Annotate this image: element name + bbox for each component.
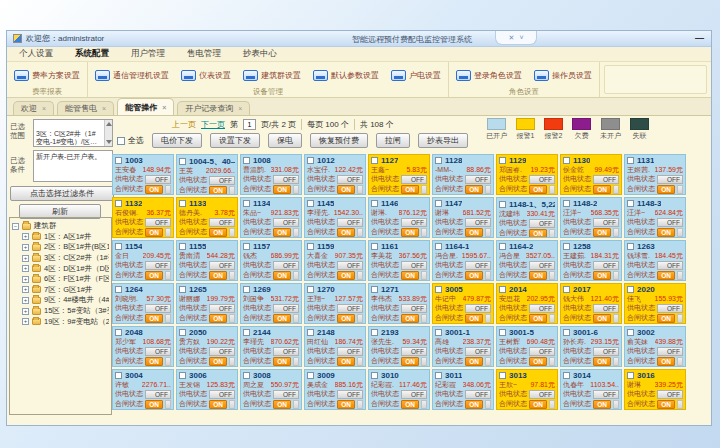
card-checkbox[interactable] — [499, 201, 506, 208]
card-checkbox[interactable] — [563, 200, 570, 207]
prev-page-link[interactable]: 上一页 — [172, 119, 196, 130]
expand-expander-icon[interactable]: + — [22, 276, 29, 283]
breaker-on-badge[interactable]: ON — [337, 185, 355, 194]
room-card[interactable]: 3016 谢琳 339.25元 供电状态 OFF 合闸状态 ON — [624, 369, 686, 410]
room-card[interactable]: 2020 佳飞 155.93元 供电状态 OFF 合闸状态 ON — [624, 283, 686, 324]
toolbar-button[interactable]: 电价下发 — [152, 133, 202, 148]
breaker-on-badge[interactable]: ON — [529, 357, 547, 366]
document-tab[interactable]: 能管操作× — [117, 98, 174, 115]
ribbon-button[interactable]: 登录角色设置 — [456, 70, 522, 81]
card-checkbox[interactable] — [179, 200, 186, 207]
room-card[interactable]: 3009 吴成金 885.16元 供电状态 OFF 合闸状态 ON — [304, 369, 366, 410]
breaker-on-badge[interactable]: ON — [465, 400, 483, 409]
card-checkbox[interactable] — [179, 329, 186, 336]
card-checkbox[interactable] — [627, 157, 634, 164]
room-card[interactable]: 1271 李伟杰 533.89元 供电状态 OFF 合闸状态 ON — [368, 283, 430, 324]
breaker-on-badge[interactable]: ON — [465, 314, 483, 323]
ribbon-button[interactable]: 户电设置 — [391, 70, 441, 81]
room-card[interactable]: 3004 许敏 2276.71.. 供电状态 OFF 合闸状态 ON — [112, 369, 174, 410]
card-checkbox[interactable] — [435, 243, 442, 250]
room-card[interactable]: 1132 石俊铜. 36.37元 供电状态 OFF 合闸状态 ON — [112, 197, 174, 238]
breaker-on-badge[interactable]: ON — [145, 228, 163, 237]
tree-node[interactable]: + 7区：G区1#井 — [12, 285, 109, 296]
tree-node[interactable]: + 19区：9#变电站（2# — [12, 316, 109, 327]
room-card[interactable]: 1164-1 冯合星. 1595.67.. 供电状态 OFF 合闸状态 ON — [432, 240, 494, 281]
breaker-on-badge[interactable]: ON — [337, 400, 355, 409]
card-checkbox[interactable] — [499, 243, 506, 250]
ribbon-button[interactable]: 费率方案设置 — [14, 70, 80, 81]
expand-expander-icon[interactable]: + — [22, 265, 29, 272]
expand-expander-icon[interactable]: + — [22, 286, 29, 293]
room-card[interactable]: 1155 贵南清 544.28元 供电状态 OFF 合闸状态 ON — [176, 240, 238, 281]
breaker-on-badge[interactable]: ON — [401, 314, 419, 323]
ribbon-button[interactable]: 建筑群设置 — [243, 70, 301, 81]
tree-node[interactable]: + 2区：B区1#井(B区1# — [12, 242, 109, 253]
collapse-expander-icon[interactable]: − — [12, 223, 19, 230]
breaker-on-badge[interactable]: ON — [529, 271, 547, 280]
select-all-checkbox[interactable] — [117, 137, 125, 145]
breaker-on-badge[interactable]: ON — [529, 229, 547, 238]
card-checkbox[interactable] — [115, 372, 122, 379]
tab-close-icon[interactable]: × — [238, 105, 242, 112]
card-checkbox[interactable] — [371, 200, 378, 207]
breaker-on-badge[interactable]: ON — [401, 357, 419, 366]
card-checkbox[interactable] — [563, 329, 570, 336]
room-card[interactable]: 1148-2 汪洋~ 568.35元 供电状态 OFF 合闸状态 ON — [560, 197, 622, 238]
room-card[interactable]: 1265 谢丽娜 199.79元 供电状态 OFF 合闸状态 ON — [176, 283, 238, 324]
tree-node[interactable]: + 6区：F区1#井（F区1# — [12, 274, 109, 285]
expand-expander-icon[interactable]: + — [22, 308, 29, 315]
room-card[interactable]: 3002 俞芙妹 439.88元 供电状态 OFF 合闸状态 ON — [624, 326, 686, 367]
breaker-on-badge[interactable]: ON — [593, 271, 611, 280]
tree-node[interactable]: + 15区：5#变站（3#变 — [12, 306, 109, 317]
room-card[interactable]: 3008 周之夏 550.97元 供电状态 OFF 合闸状态 ON — [240, 369, 302, 410]
breaker-on-badge[interactable]: ON — [337, 271, 355, 280]
breaker-on-badge[interactable]: ON — [529, 400, 547, 409]
card-checkbox[interactable] — [627, 372, 634, 379]
room-card[interactable]: 1131 王姬茜. 137.59元 供电状态 OFF 合闸状态 ON — [624, 154, 686, 195]
card-checkbox[interactable] — [243, 200, 250, 207]
menu-item[interactable]: 售电管理 — [187, 48, 221, 60]
scroll-up-icon[interactable] — [106, 122, 112, 126]
room-card[interactable]: 1008 曹温韵. 331.08元 供电状态 OFF 合闸状态 ON — [240, 154, 302, 195]
breaker-on-badge[interactable]: ON — [657, 271, 675, 280]
expand-expander-icon[interactable]: + — [22, 318, 29, 325]
ribbon-button[interactable]: 仪表设置 — [181, 70, 231, 81]
card-checkbox[interactable] — [371, 157, 378, 164]
card-checkbox[interactable] — [563, 157, 570, 164]
card-checkbox[interactable] — [179, 158, 186, 165]
card-checkbox[interactable] — [115, 157, 122, 164]
card-checkbox[interactable] — [627, 243, 634, 250]
room-card[interactable]: 1154 金日 209.45元 供电状态 OFF 合闸状态 ON — [112, 240, 174, 281]
tree-node[interactable]: + 9区：4#楼电井（4#楼 — [12, 295, 109, 306]
breaker-on-badge[interactable]: ON — [209, 186, 227, 195]
room-card[interactable]: 1263 钱球雪. 184.45元 供电状态 OFF 合闸状态 ON — [624, 240, 686, 281]
tab-close-icon[interactable]: × — [42, 105, 46, 112]
room-card[interactable]: 3014 仇春年 1103.54.. 供电状态 OFF 合闸状态 ON — [560, 369, 622, 410]
card-checkbox[interactable] — [307, 200, 314, 207]
card-checkbox[interactable] — [627, 200, 634, 207]
close-icon[interactable]: ✕ — [509, 34, 515, 42]
room-card[interactable]: 2014 安思花 202.95元 供电状态 OFF 合闸状态 ON — [496, 283, 558, 324]
room-card[interactable]: 3013 王欣~ 97.81元 供电状态 OFF 合闸状态 ON — [496, 369, 558, 410]
breaker-on-badge[interactable]: ON — [593, 400, 611, 409]
card-checkbox[interactable] — [307, 243, 314, 250]
room-card[interactable]: 3005 牛记中 479.87元 供电状态 OFF 合闸状态 ON — [432, 283, 494, 324]
card-checkbox[interactable] — [435, 329, 442, 336]
room-card[interactable]: 1003 王安春 148.94元 供电状态 OFF 合闸状态 ON — [112, 154, 174, 195]
menu-item[interactable]: 系统配置 — [75, 48, 109, 60]
card-checkbox[interactable] — [115, 200, 122, 207]
breaker-on-badge[interactable]: ON — [465, 357, 483, 366]
breaker-on-badge[interactable]: ON — [465, 271, 483, 280]
card-checkbox[interactable] — [371, 329, 378, 336]
ribbon-button[interactable]: 通信管理机设置 — [95, 70, 169, 81]
room-card[interactable]: 3001-5 王树辉 690.48元 供电状态 OFF 合闸状态 ON — [496, 326, 558, 367]
card-checkbox[interactable] — [243, 286, 250, 293]
breaker-on-badge[interactable]: ON — [273, 228, 291, 237]
card-checkbox[interactable] — [499, 372, 506, 379]
breaker-on-badge[interactable]: ON — [657, 357, 675, 366]
card-checkbox[interactable] — [307, 372, 314, 379]
room-card[interactable]: 1004-5、40— 王英 2029.66.. 供电状态 OFF 合闸状态 ON — [176, 154, 238, 195]
room-card[interactable]: 1258 王建茹. 184.31元 供电状态 OFF 合闸状态 ON — [560, 240, 622, 281]
room-card[interactable]: 2148 田红仙 186.74元 供电状态 OFF 合闸状态 ON — [304, 326, 366, 367]
room-card[interactable]: 1012 水宝仔. 122.42元 供电状态 OFF 合闸状态 ON — [304, 154, 366, 195]
